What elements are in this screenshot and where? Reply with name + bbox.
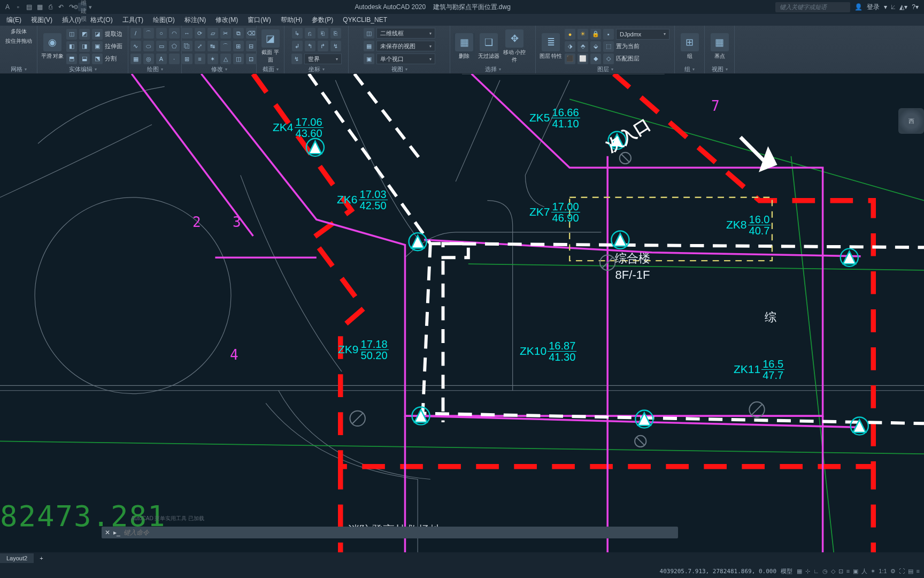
snap-icon[interactable]: ⊹	[805, 568, 810, 575]
i[interactable]: ⊡	[246, 54, 257, 64]
trim-icon[interactable]: ✂	[220, 28, 231, 39]
ortho-icon[interactable]: ∟	[813, 568, 819, 574]
panel-view-title[interactable]: 视图	[352, 65, 446, 73]
i[interactable]: ↯	[330, 41, 341, 51]
pline-icon[interactable]: ⌒	[143, 28, 154, 39]
tab-add[interactable]: +	[34, 553, 48, 563]
i[interactable]: ◆	[590, 54, 601, 64]
extrude-face[interactable]: 拉伸面	[105, 42, 122, 50]
trn-icon[interactable]: ▣	[853, 568, 858, 575]
panel-mesh-title[interactable]: 网格	[3, 65, 34, 73]
i[interactable]: ⎘	[330, 28, 341, 39]
undo-icon[interactable]: ↶	[57, 3, 65, 11]
lock-icon[interactable]: 🔒	[590, 29, 601, 40]
ico[interactable]: ◩	[79, 29, 90, 40]
i[interactable]: ↲	[292, 41, 303, 51]
panel-selection-title[interactable]: 选择	[453, 65, 532, 73]
ico[interactable]: ◨	[79, 41, 90, 52]
visualstyle-dropdown[interactable]: 二维线框	[376, 28, 435, 39]
cart-icon[interactable]: ⟀	[891, 3, 895, 11]
ico[interactable]: ⬓	[79, 54, 90, 64]
print-icon[interactable]: ⎙	[46, 3, 55, 11]
region-icon[interactable]: ◎	[143, 54, 154, 64]
dynuc-icon[interactable]: ⊡	[838, 568, 843, 575]
user-icon[interactable]: 👤	[854, 3, 863, 11]
i[interactable]: ⧉	[233, 28, 244, 39]
login-button[interactable]: 登录	[867, 3, 880, 12]
exchange-icon[interactable]: ▾	[884, 3, 887, 11]
menu-format[interactable]: 格式(O)	[86, 14, 117, 26]
vp-icon[interactable]: ▣	[364, 54, 374, 64]
sun-icon[interactable]: ☀	[578, 29, 588, 40]
delete-button[interactable]: ▦删除	[453, 33, 475, 60]
smooth-button[interactable]: ◉平滑 对象	[41, 33, 64, 60]
menu-dim[interactable]: 标注(N)	[180, 14, 211, 26]
ico[interactable]: ◫	[66, 29, 77, 40]
extract-edge[interactable]: 提取边	[105, 30, 122, 38]
menu-window[interactable]: 窗口(W)	[243, 14, 275, 26]
text-icon[interactable]: A	[156, 54, 167, 64]
panel-group-title[interactable]: 组	[678, 65, 701, 73]
namedview-dropdown[interactable]: 未保存的视图	[376, 41, 435, 51]
panel-layer-title[interactable]: 图层	[539, 65, 671, 73]
section-plane-button[interactable]: ◪截面 平面	[260, 29, 281, 64]
grid-icon[interactable]: ▦	[797, 568, 802, 575]
layer-dropdown[interactable]: DJpdmx	[616, 29, 669, 40]
ico[interactable]: ◧	[66, 41, 77, 52]
movegizmo-button[interactable]: ✥移动 小控件	[503, 29, 526, 64]
i[interactable]: ↯	[291, 54, 302, 64]
make-current[interactable]: 置为当前	[616, 42, 640, 50]
hatch-icon[interactable]: ▦	[130, 54, 141, 64]
viewport-dropdown[interactable]: 单个视口	[376, 54, 435, 64]
ellipse-icon[interactable]: ⬭	[143, 41, 154, 51]
drawing-canvas[interactable]: ZK417.0643.60 ZK516.6641.10 ZK617.0342.5…	[0, 74, 924, 564]
menu-modify[interactable]: 修改(M)	[211, 14, 242, 26]
color-icon[interactable]: ▪	[603, 29, 614, 40]
poly-icon[interactable]: ⬠	[169, 41, 180, 51]
open-icon[interactable]: ▤	[25, 3, 33, 11]
close-icon[interactable]: ✕	[105, 529, 110, 536]
nofilter-button[interactable]: ❏无过滤器	[477, 33, 500, 60]
search-input[interactable]: 键入关键字或短语	[775, 2, 850, 12]
panel-draw-title[interactable]: 绘图	[132, 65, 178, 73]
explode-icon[interactable]: ✶	[207, 54, 218, 64]
ico[interactable]: ⬔	[92, 54, 103, 64]
presspull-button[interactable]: 按住并拖动	[5, 37, 33, 45]
i[interactable]: ⌫	[246, 28, 257, 39]
i[interactable]: ◇	[603, 54, 614, 64]
split[interactable]: 分割	[105, 55, 117, 63]
ico[interactable]: ⬒	[66, 54, 77, 64]
polysolid-button[interactable]: 多段体	[5, 28, 33, 35]
basepoint-button[interactable]: ▦基点	[708, 33, 731, 60]
circle-icon[interactable]: ○	[156, 28, 167, 39]
save-icon[interactable]: ▦	[35, 3, 44, 11]
menu-qykclib[interactable]: QYKCLIB_NET	[338, 15, 391, 25]
iso-icon[interactable]: ▤	[908, 568, 913, 575]
offset-icon[interactable]: ≡	[195, 54, 205, 64]
cust-icon[interactable]: ≡	[917, 568, 920, 574]
line-icon[interactable]: /	[130, 28, 141, 39]
polar-icon[interactable]: ◷	[822, 568, 828, 575]
spline-icon[interactable]: ∿	[130, 41, 141, 51]
i[interactable]: ⎗	[318, 28, 328, 39]
i[interactable]: ⬚	[603, 41, 614, 52]
new-icon[interactable]: ▫	[14, 3, 22, 11]
ucs-icon[interactable]: ↳	[292, 28, 303, 39]
astate-icon[interactable]: ✶	[871, 568, 875, 575]
scale-label[interactable]: 1:1	[879, 568, 887, 574]
panel-coord-title[interactable]: 坐标	[288, 65, 345, 73]
i[interactable]: △	[220, 54, 231, 64]
viewcube[interactable]: 西	[898, 108, 924, 134]
panel-modify-title[interactable]: 修改	[185, 65, 253, 73]
ann-icon[interactable]: 人	[861, 567, 867, 575]
stretch-icon[interactable]: ↹	[207, 41, 218, 51]
vs-icon[interactable]: ◫	[364, 28, 374, 39]
i[interactable]: ⬘	[578, 41, 588, 52]
i[interactable]: ⎌	[305, 28, 315, 39]
menu-param[interactable]: 参数(P)	[307, 14, 337, 26]
osnap-icon[interactable]: ◇	[831, 568, 835, 575]
ico[interactable]: ◪	[92, 29, 103, 40]
bulb-icon[interactable]: ●	[565, 29, 575, 40]
pt-icon[interactable]: ∙	[169, 54, 180, 64]
i[interactable]: ⬜	[578, 54, 588, 64]
